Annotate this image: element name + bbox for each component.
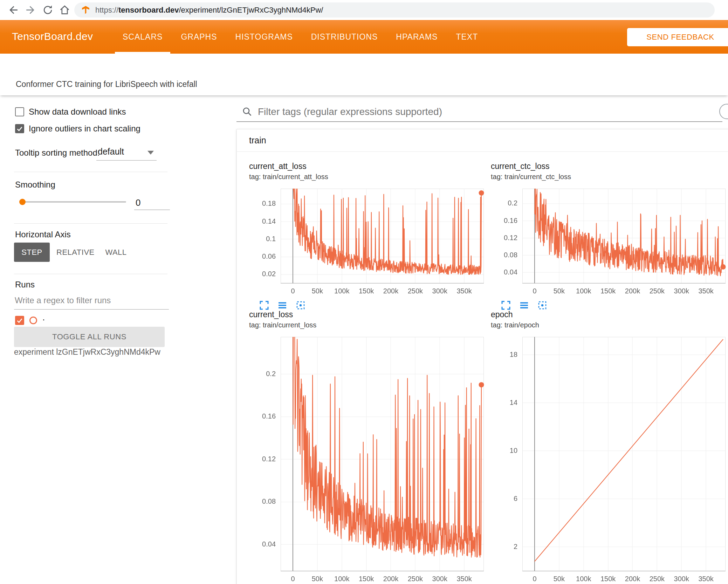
chevron-down-icon	[147, 151, 154, 155]
card-header[interactable]: train	[237, 129, 728, 152]
chart-tag: tag: train/current_ctc_loss	[491, 173, 728, 181]
chart-tag: tag: train/epoch	[491, 321, 728, 329]
runs-label: Runs	[15, 280, 35, 290]
experiment-subtitle-bar: Conformer CTC training for LibriSpeech w…	[0, 54, 728, 95]
run-checkbox[interactable]	[15, 316, 24, 325]
chart-current-loss: current_loss tag: train/current_loss	[249, 310, 487, 584]
home-icon[interactable]	[59, 4, 70, 16]
tooltip-sorting-value: default	[98, 147, 124, 157]
chart-title: current_ctc_loss	[491, 162, 728, 171]
toggle-all-runs-button[interactable]: TOGGLE ALL RUNS	[14, 327, 165, 347]
chart-title: current_loss	[249, 310, 487, 319]
tab-distributions[interactable]: DISTRIBUTIONS	[302, 20, 387, 54]
smoothing-label: Smoothing	[15, 180, 55, 190]
divider	[14, 172, 167, 172]
axis-wall-button[interactable]: WALL	[101, 243, 131, 262]
experiment-id-label: experiment lzGnETjwRxC3yghNMd4kPw	[14, 347, 160, 357]
lines-icon[interactable]	[277, 300, 288, 311]
app-title: TensorBoard.dev	[12, 30, 93, 42]
chart-tag: tag: train/current_att_loss	[249, 173, 487, 181]
tab-graphs[interactable]: GRAPHS	[172, 20, 226, 54]
chart-epoch: epoch tag: train/epoch	[491, 310, 728, 584]
smoothing-slider-thumb[interactable]	[19, 199, 26, 205]
ignore-outliers-checkbox[interactable]	[15, 124, 24, 133]
url-scheme: https://	[95, 6, 118, 14]
show-download-links-checkbox[interactable]	[15, 107, 24, 116]
browser-toolbar: https://tensorboard.dev/experiment/lzGnE…	[0, 0, 728, 20]
chart-canvas[interactable]	[249, 335, 487, 584]
url-domain: tensorboard.dev	[118, 6, 179, 14]
smoothing-slider[interactable]	[20, 201, 126, 203]
lines-icon[interactable]	[519, 300, 529, 311]
tab-histograms[interactable]: HISTOGRAMS	[226, 20, 302, 54]
train-card: train current_att_loss tag: train/curren…	[236, 129, 728, 584]
show-download-links-label: Show data download links	[29, 107, 126, 117]
tooltip-sorting-label: Tooltip sorting method:	[15, 148, 99, 158]
chart-tag: tag: train/current_loss	[249, 321, 487, 329]
chart-current-att-loss: current_att_loss tag: train/current_att_…	[249, 162, 487, 311]
experiment-title: Conformer CTC training for LibriSpeech w…	[16, 80, 197, 89]
chart-canvas[interactable]	[491, 186, 728, 297]
axis-step-button[interactable]: STEP	[14, 243, 50, 262]
url-path: /experiment/lzGnETjwRxC3yghNMd4kPw/	[179, 6, 323, 14]
tensorboard-favicon	[81, 6, 90, 14]
card-title: train	[249, 135, 266, 145]
fit-frame-icon[interactable]	[295, 300, 306, 311]
url-text: https://tensorboard.dev/experiment/lzGnE…	[95, 6, 323, 15]
horizontal-axis-label: Horizontal Axis	[15, 230, 71, 239]
chart-toolbar	[259, 300, 487, 311]
divider	[14, 274, 167, 274]
reload-icon[interactable]	[42, 4, 54, 16]
tag-filter-input[interactable]	[257, 104, 644, 120]
nav-tabs: SCALARS GRAPHS HISTOGRAMS DISTRIBUTIONS …	[114, 20, 487, 54]
help-button[interactable]	[719, 104, 728, 119]
chart-current-ctc-loss: current_ctc_loss tag: train/current_ctc_…	[491, 162, 728, 311]
ignore-outliers-label: Ignore outliers in chart scaling	[29, 124, 140, 134]
expand-arrows-icon[interactable]	[501, 300, 511, 311]
tooltip-sorting-select[interactable]: default	[96, 144, 157, 161]
chart-canvas[interactable]	[491, 335, 728, 584]
tab-text[interactable]: TEXT	[447, 20, 487, 54]
forward-icon[interactable]	[25, 4, 36, 16]
run-color-indicator[interactable]	[29, 317, 37, 324]
tab-scalars[interactable]: SCALARS	[114, 20, 172, 54]
axis-relative-button[interactable]: RELATIVE	[54, 243, 95, 262]
send-feedback-button[interactable]: SEND FEEDBACK	[627, 28, 728, 46]
search-icon	[242, 106, 252, 117]
chart-title: current_att_loss	[249, 162, 487, 171]
chart-toolbar	[501, 300, 728, 311]
back-icon[interactable]	[8, 4, 19, 16]
tag-filter-underline	[236, 121, 722, 122]
tab-hparams[interactable]: HPARAMS	[387, 20, 447, 54]
fit-frame-icon[interactable]	[537, 300, 548, 311]
run-name-label: .	[42, 312, 45, 323]
expand-arrows-icon[interactable]	[259, 300, 269, 311]
chart-title: epoch	[491, 310, 728, 319]
sidebar: Show data download links Ignore outliers…	[0, 95, 231, 584]
runs-filter-input[interactable]	[14, 292, 169, 310]
app-header: TensorBoard.dev SCALARS GRAPHS HISTOGRAM…	[0, 20, 728, 54]
divider	[14, 223, 167, 224]
smoothing-value-input[interactable]	[134, 196, 170, 210]
chart-canvas[interactable]	[249, 186, 487, 297]
address-bar[interactable]: https://tensorboard.dev/experiment/lzGnE…	[74, 2, 715, 18]
